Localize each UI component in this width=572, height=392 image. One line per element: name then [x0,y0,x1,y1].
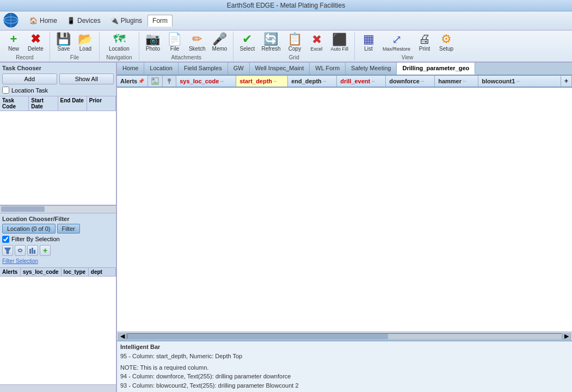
drill-event-expand: ↔ [371,78,376,84]
memo-label: Memo [212,46,227,52]
filter-button[interactable]: Filter [57,224,80,234]
tab-location[interactable]: Location [144,63,179,75]
save-button[interactable]: 💾 Save [53,32,74,53]
filter-selection-link[interactable]: Filter Selection [2,258,114,264]
location-label: Location [109,46,130,52]
photo-label: Photo [146,46,160,52]
select-icon: ✔ [242,33,252,45]
setup-button[interactable]: ⚙ Setup [436,32,457,53]
list-icon: ▦ [363,33,374,45]
new-icon: + [10,33,17,45]
col-header-alerts[interactable]: Alerts 📌 [117,76,148,87]
menu-plugins-label: Plugins [121,17,142,24]
tab-well-inspec-maint[interactable]: Well Inspec_Maint [250,63,310,75]
tabs-bar: Home Location Field Samples GW Well Insp… [117,63,572,76]
location-count-button[interactable]: Location (0 of 0) [2,224,56,234]
task-add-button[interactable]: Add [2,74,57,84]
filter-funnel-icon-btn[interactable] [2,245,13,256]
file-label: File [170,46,179,52]
hscroll-thumb [127,334,388,339]
col-header-blowcount1[interactable]: blowcount1 ↔ [478,76,561,87]
tab-safety-meeting[interactable]: Safety Meeting [346,63,397,75]
autofill-icon: ⬛ [332,34,347,46]
col-header-start-depth[interactable]: start_depth ↔ [236,76,288,87]
grid-area: Alerts 📌 sys_loc [117,76,572,340]
loc-type-col-header: loc_type [61,268,89,276]
col-header-pin[interactable] [163,76,176,87]
col-header-hammer[interactable]: hammer ↔ [435,76,478,87]
filter-add-icon-btn[interactable]: + [40,245,51,256]
col-header-downforce[interactable]: downforce ↔ [386,76,435,87]
delete-label: Delete [28,46,44,52]
col-header-sys-loc-code[interactable]: sys_loc_code ↔ [176,76,236,87]
list-label: List [364,46,373,52]
col-header-drill-event[interactable]: drill_event ↔ [337,76,386,87]
excel-label: Excel [310,46,322,52]
filter-icon-row: + [2,245,114,256]
downforce-expand: ↔ [420,78,425,84]
alerts-pin: 📌 [138,78,144,84]
end-date-header: End Date [58,96,87,111]
maxrestore-button[interactable]: ⤢ Max/Restore [380,32,413,53]
hscroll-left[interactable]: ◀ [118,333,127,340]
col-header-more[interactable]: + [561,76,572,87]
refresh-button[interactable]: 🔄 Refresh [259,32,283,53]
tab-gw[interactable]: GW [228,63,250,75]
load-button[interactable]: 📂 Load [75,32,96,53]
delete-button[interactable]: ✖ Delete [25,32,46,53]
grid-hscroll[interactable]: ◀ ▶ [117,332,572,340]
menu-item-plugins[interactable]: 🔌 Plugins [106,15,146,26]
svg-rect-12 [169,82,170,84]
svg-point-11 [168,78,171,82]
menu-item-form[interactable]: Form [147,15,173,27]
print-button[interactable]: 🖨 Print [414,32,435,53]
menu-item-home[interactable]: 🏠 Home [25,15,61,26]
file-button[interactable]: 📄 File [164,32,185,53]
toolbar-group-file: 💾 Save 📂 Load File [50,32,100,60]
refresh-icon: 🔄 [263,33,278,45]
task-show-all-button[interactable]: Show All [59,74,114,84]
location-task-checkbox[interactable] [2,87,9,94]
sketch-button[interactable]: ✏ Sketch [186,32,208,53]
intel-bar-title: Intelligent Bar [120,344,569,350]
tab-home[interactable]: Home [117,63,144,75]
save-icon: 💾 [56,33,71,45]
tab-wl-form[interactable]: WL Form [310,63,346,75]
select-button[interactable]: ✔ Select [237,32,257,53]
prior-header: Prior [87,96,116,111]
memo-icon: 🎤 [212,33,227,45]
menu-item-devices[interactable]: 📱 Devices [63,15,105,26]
left-bottom-scroll[interactable] [0,384,116,392]
menu-home-label: Home [40,17,57,24]
filter-bar-icon-btn[interactable] [27,245,38,256]
hscroll-right[interactable]: ▶ [562,333,571,340]
filter-link-icon-btn[interactable] [15,245,26,256]
file-icon: 📄 [167,33,182,45]
photo-button[interactable]: 📷 Photo [143,32,163,53]
excel-button[interactable]: ✖ Excel [306,32,327,53]
filter-by-selection-checkbox[interactable] [2,236,9,243]
new-button[interactable]: + New [3,32,24,53]
tab-field-samples[interactable]: Field Samples [179,63,228,75]
dept-col-header: dept [89,268,116,276]
grid-body [117,88,572,332]
location-button[interactable]: 🗺 Location [103,32,136,53]
task-hscroll[interactable] [0,205,116,213]
menu-devices-label: Devices [77,17,101,24]
tab-drilling-param[interactable]: Drilling_parameter_geo [397,63,475,75]
hscroll-track[interactable] [127,333,562,340]
toolbar-group-record: + New ✖ Delete Record [0,32,50,60]
col-header-end-depth[interactable]: end_depth ↔ [288,76,337,87]
app-title: EarthSoft EDGE - Metal Plating Facilitie… [227,2,345,9]
svg-rect-6 [32,248,33,254]
print-icon: 🖨 [419,33,430,45]
copy-button[interactable]: 📋 Copy [285,32,305,53]
list-button[interactable]: ▦ List [358,32,379,53]
col-header-img[interactable] [148,76,163,87]
toolbar: + New ✖ Delete Record 💾 Save 📂 Load File [0,30,572,63]
autofill-button[interactable]: ⬛ Auto Fill [328,32,352,53]
memo-button[interactable]: 🎤 Memo [209,32,230,53]
grid-header: Alerts 📌 sys_loc [117,76,572,88]
task-chooser: Task Chooser Add Show All Location Task [0,63,116,96]
task-btn-row: Add Show All [2,74,114,84]
